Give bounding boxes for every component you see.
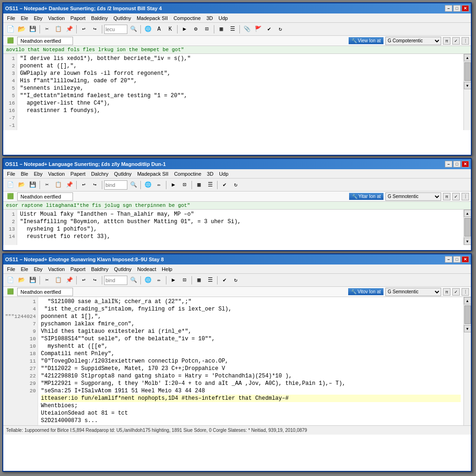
win2-menu-ble[interactable]: Ble (18, 170, 31, 178)
tb-list[interactable]: ☰ (227, 24, 238, 34)
scroll-thumb[interactable] (464, 218, 471, 237)
win3-menu-ele[interactable]: Ele (18, 265, 31, 273)
w3-paste[interactable]: 📌 (64, 275, 74, 285)
scroll-up[interactable]: ▲ (464, 297, 471, 304)
w2-redo[interactable]: ↪ (90, 180, 100, 190)
tb-undo[interactable]: ↩ (79, 24, 89, 34)
win2-view-btn[interactable]: 🔧 Yitar Ion at (349, 193, 383, 200)
win2-lang-select[interactable]: G Semnotentic (385, 192, 441, 201)
menu-vaction[interactable]: Vaction (46, 14, 68, 22)
win2-maximize[interactable]: □ (453, 161, 461, 167)
win2-menu-vaction[interactable]: Vaction (46, 170, 68, 178)
menu-ele[interactable]: Ele (18, 14, 31, 22)
win2-menu-papert[interactable]: Papert (67, 170, 88, 178)
tb-fullscreen[interactable]: ⊡ (202, 24, 212, 34)
w3-redo[interactable]: ↪ (90, 275, 100, 285)
tb-copy[interactable]: 📋 (53, 24, 63, 34)
scroll-down[interactable]: ▼ (464, 82, 471, 89)
w3-check[interactable]: ✔ (219, 275, 230, 285)
scroll-down[interactable]: ▼ (464, 325, 471, 332)
win2-menu-eby[interactable]: Eby (31, 170, 46, 178)
win2-menu-compoctine[interactable]: Compoctine (171, 170, 204, 178)
w2-run[interactable]: ▶ (168, 180, 178, 190)
win3-code[interactable]: "S121080 sase a_lalI%; ccher_ra at (22""… (38, 297, 463, 425)
w3-copy[interactable]: 📋 (53, 275, 63, 285)
w2-save[interactable]: 💾 (27, 180, 38, 190)
w2-grid[interactable]: ▦ (194, 180, 204, 190)
menu-madepack[interactable]: Madepack SII (134, 14, 171, 22)
tb-refresh[interactable]: ↻ (275, 24, 285, 34)
scroll-thumb[interactable] (464, 62, 471, 81)
win3-menu-qutldny[interactable]: Qutldny (111, 265, 134, 273)
tb-open[interactable]: 📂 (16, 24, 26, 34)
w3-open[interactable]: 📂 (16, 275, 26, 285)
w2-zoom[interactable]: 🌐 (143, 180, 153, 190)
w3-run[interactable]: ▶ (168, 275, 178, 285)
tb-settings[interactable]: ⚙ (191, 24, 201, 34)
w3-cut[interactable]: ✂ (42, 275, 52, 285)
tb-redo[interactable]: ↪ (90, 24, 100, 34)
w3-zoom[interactable]: 🌐 (143, 275, 153, 285)
win1-dots-btn[interactable]: ⋮ (462, 37, 469, 45)
win2-menu-madepack[interactable]: Madepack SII (134, 170, 171, 178)
win1-view-btn[interactable]: 🔧 View Ion at (349, 37, 383, 44)
win2-menu-dalchry[interactable]: Dalchry (88, 170, 111, 178)
scroll-up[interactable]: ▲ (464, 54, 471, 61)
tb-zoom[interactable]: 🌐 (143, 24, 153, 34)
win3-view-btn[interactable]: 🔧 Vitov Ion at (348, 288, 383, 295)
win2-settings[interactable]: π (443, 193, 450, 200)
menu-paport[interactable]: Paport (67, 14, 88, 22)
w3-undo[interactable]: ↩ (79, 275, 89, 285)
menu-eby[interactable]: Eby (31, 14, 46, 22)
scroll-up[interactable]: ▲ (464, 210, 471, 217)
win3-scrollbar[interactable]: ▲ ▼ (463, 297, 471, 425)
win1-maximize[interactable]: □ (453, 5, 461, 12)
tb-search-box[interactable] (104, 25, 127, 34)
win2-close[interactable]: ✕ (462, 161, 469, 167)
tb-save[interactable]: 💾 (27, 24, 38, 34)
w2-new[interactable]: 📄 (5, 180, 15, 190)
win3-menu-paport[interactable]: Paport (67, 265, 88, 273)
tb-grid[interactable]: ▦ (216, 24, 226, 34)
win3-close[interactable]: ✕ (462, 256, 469, 263)
w2-path-icon[interactable]: 🟩 (5, 192, 15, 202)
win2-dots[interactable]: ⋮ (462, 193, 469, 200)
w2-undo[interactable]: ↩ (79, 180, 89, 190)
win3-menu-nodeact[interactable]: Nodeact (134, 265, 159, 273)
win2-code[interactable]: Uistr Moual faky "Iandthen – Than_alahir… (17, 210, 463, 245)
win3-lang-select[interactable]: G Semnotentic (385, 288, 441, 296)
tb-flag[interactable]: 🚩 (253, 24, 263, 34)
win3-menu-eby[interactable]: Eby (31, 265, 46, 273)
menu-file[interactable]: File (4, 14, 18, 22)
win1-lang-select[interactable]: G Compoterentic (385, 37, 441, 45)
w2-paste[interactable]: 📌 (64, 180, 74, 190)
menu-compoctine[interactable]: Compoctine (171, 14, 204, 22)
win2-menu-qutldny[interactable]: Qutldny (111, 170, 134, 178)
menu-baldiny[interactable]: Baldiny (88, 14, 111, 22)
w3-refresh[interactable]: ↻ (231, 275, 241, 285)
tb-check[interactable]: ✔ (264, 24, 274, 34)
win3-menu-help[interactable]: Help (159, 265, 175, 273)
w2-check[interactable]: ✔ (219, 180, 230, 190)
tb-run[interactable]: ▶ (179, 24, 190, 34)
w3-save[interactable]: 💾 (27, 275, 38, 285)
win2-scrollbar[interactable]: ▲ ▼ (463, 210, 471, 245)
win3-minimize[interactable]: – (445, 256, 452, 263)
win1-close[interactable]: ✕ (462, 5, 469, 12)
w3-col[interactable]: ⊡ (179, 275, 190, 285)
win2-check[interactable]: ✓ (452, 193, 460, 200)
win2-menu-file[interactable]: File (4, 170, 18, 178)
win2-menu-3d[interactable]: 3D (204, 170, 216, 178)
win3-menu-vaction[interactable]: Vaction (46, 265, 68, 273)
menu-udp[interactable]: Udp (216, 14, 231, 22)
win3-menu-file[interactable]: File (4, 265, 18, 273)
win1-code[interactable]: "I derive lis xedo1*), botther becriete_… (17, 54, 463, 130)
tb-search[interactable]: 🔍 (128, 24, 139, 34)
win3-check[interactable]: ✓ (452, 288, 460, 296)
tb-new[interactable]: 📄 (5, 24, 15, 34)
w2-search[interactable] (104, 180, 127, 190)
w2-refresh[interactable]: ↻ (231, 180, 241, 190)
w3-search-btn[interactable]: 🔍 (128, 275, 139, 285)
win3-settings[interactable]: π (443, 288, 450, 296)
win2-minimize[interactable]: – (445, 161, 452, 167)
